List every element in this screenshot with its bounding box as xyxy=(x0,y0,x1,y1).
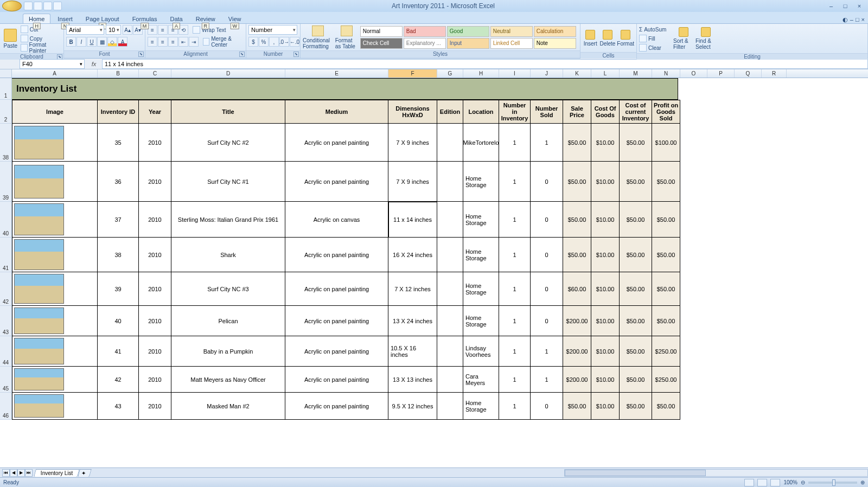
cell[interactable]: $200.00 xyxy=(563,367,591,393)
row-header-40[interactable]: 40 xyxy=(0,202,12,238)
qat-redo[interactable] xyxy=(43,2,52,10)
cell[interactable]: Acrylic on panel painting xyxy=(285,162,388,202)
cell[interactable]: Surf City NC #2 xyxy=(171,124,285,162)
number-format-select[interactable]: Number xyxy=(248,25,297,35)
cell[interactable]: 2010 xyxy=(139,306,171,336)
view-page-layout-icon[interactable] xyxy=(757,479,767,486)
col-header-P[interactable]: P xyxy=(707,69,735,78)
cell[interactable]: 1 xyxy=(499,393,531,420)
cell[interactable]: $50.00 xyxy=(620,202,652,238)
cell[interactable] xyxy=(12,336,98,367)
cell[interactable]: 1 xyxy=(499,367,531,393)
font-size-select[interactable]: 10 xyxy=(106,25,121,35)
align-center-icon[interactable]: ≡ xyxy=(158,37,168,47)
cell[interactable]: $50.00 xyxy=(652,238,680,272)
clear-button[interactable]: Clear xyxy=(639,43,672,52)
font-dialog-icon[interactable]: ⬊ xyxy=(138,52,144,57)
cell[interactable]: Masked Man #2 xyxy=(171,393,285,420)
cell[interactable]: 2010 xyxy=(139,202,171,238)
alignment-dialog-icon[interactable]: ⬊ xyxy=(239,52,245,57)
cell[interactable] xyxy=(437,272,463,306)
cell[interactable]: $10.00 xyxy=(591,162,620,202)
cell[interactable]: Home Storage xyxy=(463,306,499,336)
cell[interactable]: Acrylic on canvas xyxy=(285,202,388,238)
cell[interactable]: 42 xyxy=(98,367,139,393)
cell[interactable]: $50.00 xyxy=(620,367,652,393)
cell[interactable]: $50.00 xyxy=(620,272,652,306)
cell[interactable]: 13 X 24 inches xyxy=(388,306,437,336)
qat-undo[interactable] xyxy=(34,2,42,10)
row-header-41[interactable]: 41 xyxy=(0,238,12,272)
qat-save[interactable] xyxy=(24,2,33,10)
col-header-O[interactable]: O xyxy=(680,69,707,78)
cell[interactable]: $50.00 xyxy=(652,393,680,420)
style-linked-cell[interactable]: Linked Cell xyxy=(490,38,533,49)
cell[interactable]: 2010 xyxy=(139,124,171,162)
cell[interactable]: 37 xyxy=(98,202,139,238)
align-right-icon[interactable]: ≡ xyxy=(168,37,178,47)
cell[interactable]: 0 xyxy=(531,238,563,272)
currency-icon[interactable]: $ xyxy=(248,37,258,47)
zoom-out-icon[interactable]: ⊖ xyxy=(801,479,805,485)
italic-icon[interactable]: I xyxy=(76,37,86,47)
cell[interactable]: 2010 xyxy=(139,367,171,393)
col-header-M[interactable]: M xyxy=(620,69,652,78)
format-cells-button[interactable]: Format xyxy=(617,25,634,51)
decrease-decimal-icon[interactable]: ←.0 xyxy=(290,37,299,47)
cell[interactable]: 1 xyxy=(499,162,531,202)
merge-center-button[interactable]: Merge & Center xyxy=(203,37,244,46)
cell[interactable] xyxy=(12,272,98,306)
cell[interactable]: $10.00 xyxy=(591,393,620,420)
cell[interactable]: 16 X 24 inches xyxy=(388,238,437,272)
cell[interactable]: 1 xyxy=(531,367,563,393)
cell[interactable]: 1 xyxy=(499,124,531,162)
cell[interactable]: $50.00 xyxy=(652,272,680,306)
indent-inc-icon[interactable]: ⇥ xyxy=(189,37,199,47)
cell[interactable]: $50.00 xyxy=(620,306,652,336)
cell[interactable]: 13 X 13 inches xyxy=(388,367,437,393)
cell[interactable]: 0 xyxy=(531,202,563,238)
col-header-R[interactable]: R xyxy=(762,69,787,78)
style-input[interactable]: Input xyxy=(447,38,489,49)
col-header-N[interactable]: N xyxy=(652,69,680,78)
restore-workbook-icon[interactable]: □ xyxy=(856,16,859,23)
cell[interactable]: 39 xyxy=(98,272,139,306)
view-page-break-icon[interactable] xyxy=(770,479,780,486)
cell[interactable] xyxy=(437,124,463,162)
cell[interactable] xyxy=(437,393,463,420)
row-header-44[interactable]: 44 xyxy=(0,336,12,367)
cell[interactable]: 9.5 X 12 inches xyxy=(388,393,437,420)
close-workbook-icon[interactable]: × xyxy=(861,16,865,23)
tab-home[interactable]: HomeH xyxy=(23,14,50,23)
align-middle-icon[interactable]: ≡ xyxy=(158,25,168,35)
col-header-G[interactable]: G xyxy=(437,69,463,78)
row-header-45[interactable]: 45 xyxy=(0,367,12,393)
col-header-D[interactable]: D xyxy=(171,69,285,78)
cell-styles-gallery[interactable]: NormalBadGoodNeutralCalculationCheck Cel… xyxy=(360,26,578,49)
help-icon[interactable]: ◐ xyxy=(843,16,848,23)
cell[interactable]: Acrylic on panel painting xyxy=(285,336,388,367)
cell[interactable]: $50.00 xyxy=(620,238,652,272)
row-header-43[interactable]: 43 xyxy=(0,306,12,336)
col-header-F[interactable]: F xyxy=(388,69,437,78)
office-button[interactable] xyxy=(2,1,22,11)
cell[interactable]: Sterling Moss: Italian Grand Prix 1961 xyxy=(171,202,285,238)
zoom-in-icon[interactable]: ⊕ xyxy=(860,479,865,485)
cell[interactable]: $50.00 xyxy=(652,202,680,238)
cell[interactable]: $200.00 xyxy=(563,336,591,367)
cell[interactable]: Lindsay Voorhees xyxy=(463,336,499,367)
percent-icon[interactable]: % xyxy=(259,37,269,47)
fill-color-icon[interactable]: ◇ xyxy=(107,37,117,47)
cell[interactable]: $10.00 xyxy=(591,238,620,272)
cell[interactable]: $10.00 xyxy=(591,202,620,238)
cell[interactable]: Home Storage xyxy=(463,272,499,306)
cell[interactable] xyxy=(12,124,98,162)
tab-page-layout[interactable]: Page LayoutP xyxy=(80,14,125,23)
cell[interactable]: Matt Meyers as Navy Officer xyxy=(171,367,285,393)
cell[interactable]: MikeTortorelo xyxy=(463,124,499,162)
cell[interactable]: Home Storage xyxy=(463,162,499,202)
spreadsheet-grid[interactable]: 12383940414243444546 Inventory ListImage… xyxy=(0,78,868,467)
select-all-corner[interactable] xyxy=(0,69,12,78)
minimize-ribbon-icon[interactable]: – xyxy=(850,16,853,23)
cell[interactable]: 2010 xyxy=(139,336,171,367)
